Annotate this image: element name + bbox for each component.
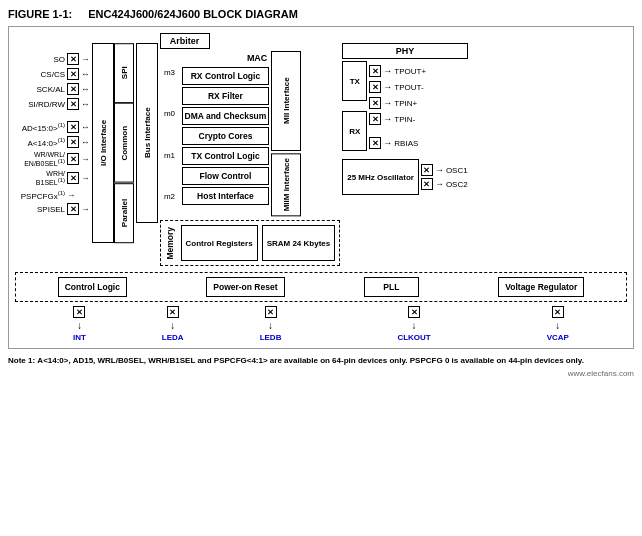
oscillator-label: 25 MHz Oscillator xyxy=(347,173,414,182)
signal-so-icon: ✕ xyxy=(67,53,79,65)
common-text: Common xyxy=(119,126,128,161)
rx-filter-label: RX Filter xyxy=(208,91,243,101)
tx-control-logic-label: TX Control Logic xyxy=(191,151,259,161)
signal-cscs-arrow: ↔ xyxy=(81,69,90,79)
signal-wrwrl-arrow: → xyxy=(81,154,90,164)
rx-control-logic-label: RX Control Logic xyxy=(191,71,260,81)
tpin-plus-icon: ✕ xyxy=(369,97,381,109)
signal-sckal-icon: ✕ xyxy=(67,83,79,95)
clkout-arrow: ↓ xyxy=(412,320,417,331)
tpin-plus-arrow: → xyxy=(383,98,392,108)
power-on-reset-label: Power-on Reset xyxy=(213,282,277,292)
tx-label-text: TX xyxy=(350,77,360,86)
dma-checksum-box: DMA and Checksum xyxy=(182,107,270,125)
signal-sckal-arrow: ↔ xyxy=(81,84,90,94)
pll-label: PLL xyxy=(383,282,399,292)
rbias-row: ✕ → RBIAS xyxy=(369,137,426,149)
spi-text: SPI xyxy=(119,67,128,80)
bottom-signals-row: ✕ ↓ INT ✕ ↓ LEDA ✕ ↓ LEDB ✕ ↓ CLKOUT ✕ ↓… xyxy=(15,306,627,342)
signal-wrwrl-label: WR/WRL/EN/B0SEL(1) xyxy=(15,151,65,167)
oscillator-box: 25 MHz Oscillator xyxy=(342,159,419,195)
signal-sckal: SCK/AL ✕ ↔ xyxy=(15,83,90,95)
bus-interface-label: Bus Interface xyxy=(142,108,151,159)
signal-wrh-icon: ✕ xyxy=(67,172,79,184)
mac-function-blocks: MAC RX Control Logic RX Filter DMA and C… xyxy=(182,51,270,216)
osc2-label: OSC2 xyxy=(446,180,468,189)
osc1-icon: ✕ xyxy=(421,164,433,176)
signal-a14-arrow: ↔ xyxy=(81,137,90,147)
mac-label-text: MAC xyxy=(247,53,268,63)
host-interface-box: Host Interface xyxy=(182,187,270,205)
figure-label: FIGURE 1-1: xyxy=(8,8,72,20)
figure-title: FIGURE 1-1: ENC424J600/624J600 BLOCK DIA… xyxy=(8,8,634,20)
left-signals-panel: SO ✕ → CS/CS ✕ ↔ SCK/AL ✕ ↔ SI/RD/RW ✕ ↔ xyxy=(15,43,90,215)
m1-text: m1 xyxy=(164,151,175,160)
bottom-control-logic-box: Control Logic xyxy=(58,277,127,297)
miim-interface-box: MIIM Interface xyxy=(271,153,301,216)
signal-cscs: CS/CS ✕ ↔ xyxy=(15,68,90,80)
signal-wrwrl-icon: ✕ xyxy=(67,153,79,165)
m2-label: m2 xyxy=(160,192,180,201)
leda-arrow: ↓ xyxy=(170,320,175,331)
diagram-container: SO ✕ → CS/CS ✕ ↔ SCK/AL ✕ ↔ SI/RD/RW ✕ ↔ xyxy=(8,26,634,349)
vcap-signal-col: ✕ ↓ VCAP xyxy=(547,306,569,342)
signal-ad15-arrow: ↔ xyxy=(81,122,90,132)
rx-filter-box: RX Filter xyxy=(182,87,270,105)
website-text: www.elecfans.com xyxy=(568,369,634,378)
memory-text: Memory xyxy=(165,227,175,260)
signal-sird-label: SI/RD/RW xyxy=(15,100,65,109)
note-section: Note 1: A<14:0>, AD15, WRL/B0SEL, WRH/B1… xyxy=(8,355,634,366)
signal-sckal-label: SCK/AL xyxy=(15,85,65,94)
flow-control-box: Flow Control xyxy=(182,167,270,185)
int-arrow: ↓ xyxy=(77,320,82,331)
osc1-arrow: → xyxy=(435,165,444,175)
signal-cscs-icon: ✕ xyxy=(67,68,79,80)
signal-spisel: SPISEL ✕ → xyxy=(15,203,90,215)
signal-spisel-label: SPISEL xyxy=(15,205,65,214)
control-registers-label: Control Registers xyxy=(186,239,253,248)
clkout-signal-col: ✕ ↓ CLKOUT xyxy=(397,306,430,342)
website-label: www.elecfans.com xyxy=(8,369,634,378)
io-section: I/O Interface SPI Common Parallel xyxy=(92,43,134,243)
osc2-icon: ✕ xyxy=(421,178,433,190)
rx-label-text: RX xyxy=(349,127,360,136)
rbias-icon: ✕ xyxy=(369,137,381,149)
crypto-cores-box: Crypto Cores xyxy=(182,127,270,145)
signal-wrh: WRH/B1SEL(1) ✕ → xyxy=(15,170,90,186)
sram-box: SRAM 24 Kbytes xyxy=(262,225,336,261)
center-section: Arbiter m3 m0 m1 m2 xyxy=(160,33,341,266)
tx-box: TX xyxy=(342,61,367,101)
main-diagram: SO ✕ → CS/CS ✕ ↔ SCK/AL ✕ ↔ SI/RD/RW ✕ ↔ xyxy=(15,33,627,266)
tpin-plus-label: TPIN+ xyxy=(394,99,417,108)
memory-label: Memory xyxy=(165,227,175,260)
spi-label: SPI xyxy=(114,43,134,103)
int-label: INT xyxy=(73,333,86,342)
figure-title-text: ENC424J600/624J600 BLOCK DIAGRAM xyxy=(88,8,298,20)
signal-sird-icon: ✕ xyxy=(67,98,79,110)
sram-label: SRAM 24 Kbytes xyxy=(267,239,331,248)
m0-text: m0 xyxy=(164,109,175,118)
phy-header: PHY xyxy=(342,43,467,59)
int-icon: ✕ xyxy=(73,306,85,318)
flow-control-label: Flow Control xyxy=(199,171,251,181)
ledb-label: LEDB xyxy=(260,333,282,342)
note-label: Note 1: xyxy=(8,356,35,365)
tpin-minus-icon: ✕ xyxy=(369,113,381,125)
parallel-label: Parallel xyxy=(114,183,134,243)
ledb-icon: ✕ xyxy=(265,306,277,318)
voltage-regulator-box: Voltage Regulator xyxy=(498,277,584,297)
tpout-plus-arrow: → xyxy=(383,66,392,76)
bottom-control-logic-label: Control Logic xyxy=(65,282,120,292)
tpout-minus-arrow: → xyxy=(383,82,392,92)
signal-so: SO ✕ → xyxy=(15,53,90,65)
tpout-plus-icon: ✕ xyxy=(369,65,381,77)
rbias-label: RBIAS xyxy=(394,139,418,148)
mii-interface-label: MII Interface xyxy=(282,78,291,125)
leda-icon: ✕ xyxy=(167,306,179,318)
signal-spisel-arrow: → xyxy=(81,204,90,214)
signal-pspcfg: PSPCFGx(1) → xyxy=(15,190,90,201)
leda-signal-col: ✕ ↓ LEDA xyxy=(162,306,184,342)
signal-cscs-label: CS/CS xyxy=(15,70,65,79)
power-on-reset-box: Power-on Reset xyxy=(206,277,284,297)
osc2-row: ✕ → OSC2 xyxy=(421,178,468,190)
